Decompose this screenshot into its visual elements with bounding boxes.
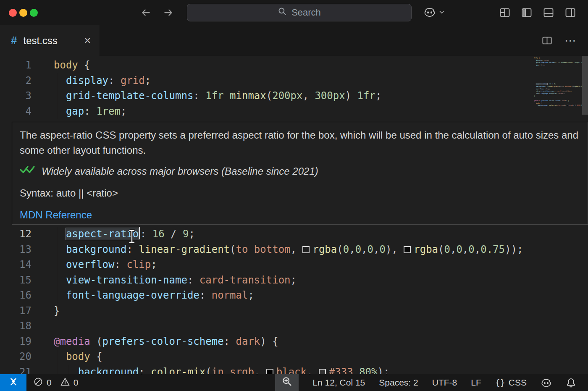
code-line[interactable]: 1body { <box>0 58 588 73</box>
code-line[interactable]: 13 background: linear-gradient(to bottom… <box>0 242 588 257</box>
error-icon <box>34 377 43 388</box>
history-nav <box>140 7 174 18</box>
line-number[interactable]: 19 <box>0 334 32 349</box>
code-line[interactable]: 21 background: color-mix(in srgb, black,… <box>0 365 588 374</box>
minimap-content: body { display: grid; grid-template-colu… <box>533 57 582 107</box>
color-swatch[interactable] <box>302 246 310 253</box>
error-count: 0 <box>47 378 52 388</box>
braces-icon: {} <box>495 378 505 388</box>
line-number[interactable]: 4 <box>0 104 32 119</box>
code-line[interactable]: 3 grid-template-columns: 1fr minmax(200p… <box>0 88 588 104</box>
statusbar-right: Ln 12, Col 15 Spaces: 2 UTF-8 LF {} CSS <box>275 374 588 391</box>
tab-filename: test.css <box>23 35 57 47</box>
code-editor[interactable]: 1body {2 display: grid;3 grid-template-c… <box>0 56 588 374</box>
line-number[interactable]: 18 <box>0 318 32 334</box>
css-file-icon: # <box>11 34 17 47</box>
encoding-setting[interactable]: UTF-8 <box>432 378 457 388</box>
maximize-window-button[interactable] <box>30 9 38 17</box>
more-actions-icon[interactable]: ⋯ <box>564 34 577 47</box>
line-number[interactable]: 12 <box>0 226 32 242</box>
layout-controls <box>499 7 576 18</box>
color-swatch[interactable] <box>266 369 273 374</box>
search-input[interactable]: Search <box>187 4 412 21</box>
search-icon <box>278 7 287 18</box>
color-swatch[interactable] <box>567 105 568 106</box>
code-line[interactable]: 17} <box>0 303 588 319</box>
line-number[interactable]: 14 <box>0 257 32 273</box>
editor-actions: ⋯ <box>541 25 577 56</box>
back-arrow-icon[interactable] <box>140 7 152 18</box>
search-label: Search <box>291 7 321 18</box>
line-number[interactable]: 13 <box>0 242 32 257</box>
line-number[interactable]: 20 <box>0 349 32 365</box>
line-number[interactable]: 1 <box>0 58 32 73</box>
warning-icon <box>60 377 70 388</box>
close-window-button[interactable] <box>9 9 17 17</box>
hover-tooltip: The aspect-ratio CSS property sets a pre… <box>12 122 588 225</box>
bell-icon[interactable] <box>566 378 576 388</box>
mdn-reference-link[interactable]: MDN Reference <box>20 207 92 223</box>
zoom-icon <box>282 376 292 389</box>
line-number[interactable]: 2 <box>0 73 32 89</box>
minimize-window-button[interactable] <box>19 9 27 17</box>
line-number[interactable]: 16 <box>0 288 32 303</box>
baseline-row: Widely available across major browsers (… <box>20 164 580 179</box>
toggle-secondary-sidebar-icon[interactable] <box>564 7 576 18</box>
minimap[interactable]: body { display: grid; grid-template-colu… <box>533 57 582 130</box>
code-line[interactable]: 16 font-language-override: normal; <box>0 288 588 303</box>
color-swatch[interactable] <box>404 246 411 253</box>
baseline-double-check-icon <box>20 164 36 179</box>
split-editor-icon[interactable] <box>541 35 553 46</box>
line-number[interactable]: 15 <box>0 273 32 288</box>
line-number[interactable]: 21 <box>0 365 32 374</box>
cursor-position[interactable]: Ln 12, Col 15 <box>312 378 365 388</box>
titlebar: Search <box>0 0 588 25</box>
hover-description: The aspect-ratio CSS property sets a pre… <box>20 128 580 158</box>
tab-close-icon[interactable]: ✕ <box>84 36 91 46</box>
tab-test-css[interactable]: # test.css ✕ <box>0 25 100 56</box>
code-line[interactable]: 12 aspect-ratio: 16 / 9; <box>0 226 588 242</box>
eol-setting[interactable]: LF <box>471 378 481 388</box>
code-line[interactable]: 19@media (prefers-color-scheme: dark) { <box>0 334 588 349</box>
baseline-text: Widely available across major browsers (… <box>42 164 318 179</box>
copilot-icon <box>423 6 436 20</box>
tabbar: # test.css ✕ ⋯ <box>0 25 588 56</box>
language-label: CSS <box>509 378 527 388</box>
color-swatch[interactable] <box>575 105 576 106</box>
indentation-setting[interactable]: Spaces: 2 <box>379 378 418 388</box>
code-line[interactable]: 20 body { <box>0 349 588 365</box>
remote-indicator[interactable] <box>0 374 26 391</box>
hover-syntax: Syntax: auto || <ratio> <box>20 186 580 201</box>
window-controls <box>9 9 38 17</box>
warning-count: 0 <box>74 378 79 388</box>
vscode-window: Search # t <box>0 0 588 391</box>
line-number[interactable]: 17 <box>0 303 32 319</box>
problems-indicator[interactable]: 0 0 <box>34 374 78 391</box>
scrollbar-thumb[interactable] <box>582 56 588 115</box>
minimap-line: background: color-mix(in srgb, black, #3… <box>533 104 582 107</box>
zoom-indicator[interactable] <box>275 374 299 391</box>
chevron-down-icon <box>438 8 446 18</box>
customize-layout-icon[interactable] <box>499 7 511 18</box>
copilot-status-icon[interactable] <box>541 377 552 388</box>
copilot-menu[interactable] <box>423 6 446 20</box>
code-line[interactable]: 14 overflow: clip; <box>0 257 588 273</box>
toggle-primary-sidebar-icon[interactable] <box>521 7 533 18</box>
color-swatch[interactable] <box>319 369 326 374</box>
remote-icon <box>8 376 19 389</box>
statusbar: 0 0 Ln 12, Col 15 Spaces: 2 UTF-8 LF {} … <box>0 374 588 391</box>
language-mode[interactable]: {} CSS <box>495 378 527 388</box>
line-number[interactable]: 3 <box>0 88 32 104</box>
code-line[interactable]: 2 display: grid; <box>0 73 588 89</box>
forward-arrow-icon[interactable] <box>163 7 174 18</box>
code-line[interactable]: 15 view-transition-name: card-transition… <box>0 273 588 288</box>
color-swatch[interactable] <box>572 86 574 87</box>
code-line[interactable]: 4 gap: 1rem; <box>0 104 588 119</box>
code-line[interactable]: 18 <box>0 318 588 334</box>
toggle-panel-icon[interactable] <box>543 7 554 18</box>
